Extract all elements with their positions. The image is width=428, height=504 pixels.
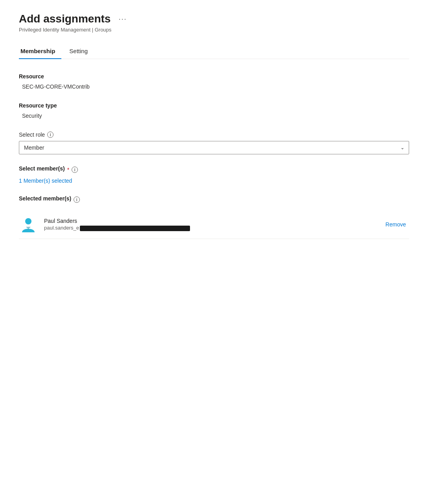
select-role-dropdown[interactable]: Member Owner [19, 141, 409, 154]
member-email-text: paul.sanders_e [44, 225, 79, 231]
select-role-info-icon[interactable]: i [47, 132, 54, 138]
resource-type-section: Resource type Security [19, 102, 409, 120]
resource-section: Resource SEC-MG-CORE-VMContrib [19, 73, 409, 91]
select-role-label-row: Select role i [19, 132, 409, 138]
resource-value: SEC-MG-CORE-VMContrib [19, 82, 409, 91]
member-info: Paul Sanders paul.sanders_e [44, 218, 376, 231]
select-role-label: Select role [19, 132, 45, 138]
page-title: Add assignments [19, 13, 111, 25]
select-role-wrapper: Member Owner ⌄ [19, 141, 409, 154]
required-star: * [67, 167, 69, 173]
svg-point-0 [25, 218, 31, 224]
select-members-label-row: Select member(s) * i [19, 165, 409, 174]
select-role-section: Select role i Member Owner ⌄ [19, 132, 409, 154]
redacted-email [80, 226, 190, 231]
resource-type-label: Resource type [19, 102, 409, 109]
remove-member-button[interactable]: Remove [382, 220, 409, 229]
selected-members-section: Selected member(s) i Paul Sanders pa [19, 195, 409, 239]
member-row: Paul Sanders paul.sanders_e Remove [19, 210, 409, 239]
page-container: Add assignments ··· Privileged Identity … [0, 0, 428, 258]
resource-label: Resource [19, 73, 409, 80]
ellipsis-menu-button[interactable]: ··· [115, 13, 130, 25]
members-selected-link[interactable]: 1 Member(s) selected [19, 178, 72, 184]
page-header: Add assignments ··· [19, 13, 409, 25]
select-members-label: Select member(s) [19, 165, 65, 172]
member-email: paul.sanders_e [44, 225, 376, 231]
avatar [19, 215, 38, 234]
selected-members-label-row: Selected member(s) i [19, 195, 409, 204]
resource-type-value: Security [19, 111, 409, 120]
tab-membership[interactable]: Membership [19, 44, 61, 59]
select-members-info-icon[interactable]: i [72, 167, 78, 173]
member-name: Paul Sanders [44, 218, 376, 224]
selected-members-label: Selected member(s) [19, 195, 71, 202]
tab-setting[interactable]: Setting [68, 44, 94, 59]
select-members-section: Select member(s) * i 1 Member(s) selecte… [19, 165, 409, 184]
tabs-container: Membership Setting [19, 44, 409, 59]
page-subtitle: Privileged Identity Management | Groups [19, 27, 409, 33]
selected-members-info-icon[interactable]: i [74, 196, 80, 203]
